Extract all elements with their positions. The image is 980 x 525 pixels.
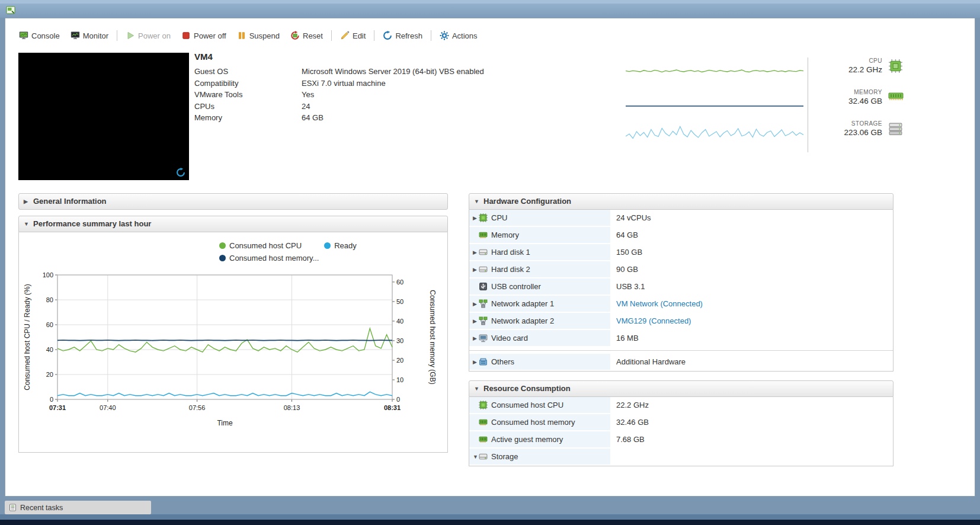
network-2-link[interactable]: VMG129 (Connected) xyxy=(610,313,893,330)
vm-detail-row: VMware Tools Yes xyxy=(194,89,484,101)
video-card-icon xyxy=(479,334,488,342)
console-icon xyxy=(19,31,28,40)
resource-row-consumed-memory-label: Consumed host memory xyxy=(469,414,610,431)
vm-window-icon xyxy=(6,5,15,15)
chevron-right-icon: ▶ xyxy=(473,359,479,365)
hardware-row-network-adapter-2-toggle[interactable]: ▶ Network adapter 2 xyxy=(469,313,610,330)
row-label: USB controller xyxy=(491,282,541,291)
chevron-down-icon: ▼ xyxy=(474,194,480,209)
recent-tasks-bar[interactable]: Recent tasks xyxy=(5,501,151,514)
svg-text:60: 60 xyxy=(46,321,53,328)
monitor-button[interactable]: Monitor xyxy=(65,28,114,43)
console-thumbnail[interactable] xyxy=(18,53,189,180)
svg-text:08:13: 08:13 xyxy=(284,404,300,411)
chevron-down-icon: ▼ xyxy=(474,381,480,396)
monitor-icon xyxy=(71,31,80,40)
row-label: Memory xyxy=(491,231,519,239)
hardware-configuration-header[interactable]: ▼ Hardware Configuration xyxy=(469,193,893,210)
svg-text:07:56: 07:56 xyxy=(189,404,206,411)
monitor-button-label: Monitor xyxy=(83,31,108,40)
svg-text:40: 40 xyxy=(46,346,53,353)
chevron-right-icon: ▶ xyxy=(24,194,30,209)
resource-row-consumed-cpu: Consumed host CPU 22.2 GHz xyxy=(469,397,893,414)
hardware-divider xyxy=(469,347,893,354)
resource-row-storage-toggle[interactable]: ▼ Storage xyxy=(469,449,610,466)
gear-icon xyxy=(440,31,449,40)
hardware-row-hard-disk-2-toggle[interactable]: ▶ Hard disk 2 xyxy=(469,261,610,278)
performance-summary-title: Performance summary last hour xyxy=(33,216,151,232)
row-label: Consumed host memory xyxy=(491,418,575,427)
vm-name: VM4 xyxy=(194,52,213,62)
hardware-row-hard-disk-1: ▶ Hard disk 1 150 GB xyxy=(469,244,893,261)
network-1-link[interactable]: VM Network (Connected) xyxy=(610,296,893,313)
hardware-row-others-toggle[interactable]: ▶ Others xyxy=(469,354,610,371)
svg-text:0: 0 xyxy=(50,396,53,403)
detail-value: ESXi 7.0 virtual machine xyxy=(302,79,386,88)
toolbar-separator xyxy=(431,30,431,41)
memory-dimm-icon xyxy=(888,90,904,105)
resource-consumption-panel: ▼ Resource Consumption Consumed host CPU… xyxy=(469,380,893,466)
power-off-button-label: Power off xyxy=(194,31,226,40)
legend-label-cpu: Consumed host CPU xyxy=(229,241,302,250)
toolbar-separator xyxy=(331,30,332,41)
legend-dot-cpu xyxy=(219,242,226,249)
console-button[interactable]: Console xyxy=(14,28,65,43)
performance-summary-header[interactable]: ▼ Performance summary last hour xyxy=(18,216,448,232)
detail-label: Guest OS xyxy=(194,67,302,76)
hardware-row-video-card-toggle[interactable]: ▶ Video card xyxy=(469,330,610,347)
legend-label-memory: Consumed host memory... xyxy=(229,254,319,262)
tasks-list-icon xyxy=(9,504,17,511)
detail-value: 64 GB xyxy=(302,113,324,122)
storage-stat-label: STORAGE xyxy=(805,120,882,127)
row-label: Consumed host CPU xyxy=(491,401,563,409)
row-label: Network adapter 2 xyxy=(491,316,554,325)
hardware-row-usb-controller: USB controller USB 3.1 xyxy=(469,278,893,296)
cpu-icon xyxy=(479,213,488,222)
svg-text:40: 40 xyxy=(396,318,403,325)
row-label: Active guest memory xyxy=(491,435,563,444)
hard-disk-icon xyxy=(479,248,488,257)
svg-text:50: 50 xyxy=(396,298,403,305)
svg-text:07:40: 07:40 xyxy=(100,404,116,411)
hardware-row-cpu-toggle[interactable]: ▶ CPU xyxy=(469,210,610,227)
general-information-header[interactable]: ▶ General Information xyxy=(18,193,448,210)
row-label: Network adapter 1 xyxy=(491,299,554,308)
row-value: 64 GB xyxy=(610,227,893,244)
power-off-icon xyxy=(181,31,191,40)
svg-text:0: 0 xyxy=(396,396,400,403)
row-label: Others xyxy=(491,357,514,366)
hardware-row-memory: Memory 64 GB xyxy=(469,227,893,244)
vm-summary-window: Console Monitor Power on Power off Suspe… xyxy=(5,18,975,497)
svg-text:Time: Time xyxy=(217,419,233,427)
memory-icon xyxy=(479,418,488,427)
hardware-row-network-adapter-1-toggle[interactable]: ▶ Network adapter 1 xyxy=(469,296,610,313)
refresh-button[interactable]: Refresh xyxy=(377,28,428,43)
actions-button[interactable]: Actions xyxy=(434,28,483,43)
cpu-icon xyxy=(479,401,488,409)
row-value: 150 GB xyxy=(610,244,893,261)
detail-value: Microsoft Windows Server 2019 (64-bit) V… xyxy=(302,67,484,76)
hard-disk-icon xyxy=(479,452,488,461)
hardware-row-others: ▶ Others Additional Hardware xyxy=(469,354,893,371)
network-icon xyxy=(479,299,488,308)
chevron-down-icon: ▼ xyxy=(24,216,30,232)
thumbnail-refresh-icon[interactable] xyxy=(176,168,185,177)
hardware-row-network-adapter-1: ▶ Network adapter 1 VM Network (Connecte… xyxy=(469,296,893,313)
reset-button[interactable]: Reset xyxy=(285,28,328,43)
resource-consumption-header[interactable]: ▼ Resource Consumption xyxy=(469,380,893,397)
detail-value: Yes xyxy=(302,90,314,99)
resource-consumption-body: Consumed host CPU 22.2 GHz Consumed host… xyxy=(469,397,893,466)
edit-button[interactable]: Edit xyxy=(335,28,371,43)
power-on-button-label: Power on xyxy=(138,31,171,40)
power-on-icon xyxy=(126,31,135,40)
performance-summary-panel: ▼ Performance summary last hour Consumed… xyxy=(18,216,448,453)
hardware-row-usb-label: USB controller xyxy=(469,278,610,296)
memory-stat: MEMORY 32.46 GB xyxy=(805,89,904,105)
suspend-button[interactable]: Suspend xyxy=(232,28,285,43)
hardware-row-hard-disk-1-toggle[interactable]: ▶ Hard disk 1 xyxy=(469,244,610,261)
power-off-button[interactable]: Power off xyxy=(176,28,232,43)
power-on-button[interactable]: Power on xyxy=(120,28,176,43)
storage-stat: STORAGE 223.06 GB xyxy=(805,120,904,137)
svg-text:60: 60 xyxy=(396,278,403,286)
svg-text:Consumed host CPU / Ready (%): Consumed host CPU / Ready (%) xyxy=(23,284,31,390)
